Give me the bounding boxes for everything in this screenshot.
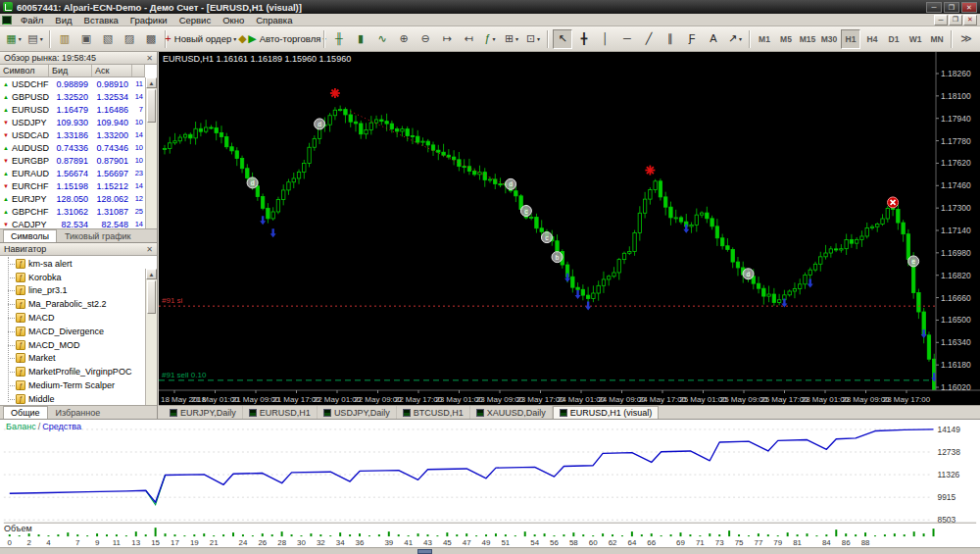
minimize-button[interactable]: ─ (926, 2, 942, 13)
price-chart-canvas[interactable]: #91 si#91 sell 0.10dddccbde1.182601.1810… (159, 52, 980, 405)
new-chart-button[interactable]: ▦▾ (4, 29, 24, 49)
table-row[interactable]: ▼USDJPY109.930109.94010 (0, 116, 145, 128)
navigator-item[interactable]: ƒMarket (6, 352, 157, 366)
navigator-tab-2[interactable]: Избранное (48, 406, 109, 419)
data-window-toggle[interactable]: ▣ (76, 29, 96, 49)
autotrading-button[interactable]: ▶Авто-торговля▾ (255, 29, 319, 49)
mdi-minimize-button[interactable]: ─ (934, 15, 948, 25)
menu-item-6[interactable]: Окно (217, 15, 250, 25)
timeframe-m30-button[interactable]: M30 (819, 29, 839, 49)
toolbar-overflow-button[interactable]: ≫ (956, 29, 976, 49)
navigator-item[interactable]: ƒMACD_Divergence (6, 325, 157, 338)
navigator-tab-1[interactable]: Общие (3, 406, 48, 419)
market-watch-tab-2[interactable]: Тиковый график (57, 229, 139, 242)
crosshair-button[interactable]: ╋ (574, 29, 594, 49)
fibonacci-button[interactable]: Ƒ (682, 29, 702, 49)
trendline-button[interactable]: ╱ (639, 29, 659, 49)
vertical-line-button[interactable]: │ (596, 29, 615, 49)
mdi-restore-button[interactable]: ❐ (949, 15, 962, 25)
scrollbar-thumb[interactable] (147, 89, 156, 123)
timeframe-w1-button[interactable]: W1 (906, 29, 925, 49)
timeframe-m1-button[interactable]: M1 (755, 29, 774, 49)
timeframe-mn-button[interactable]: MN (927, 29, 947, 49)
table-row[interactable]: ▼EURCHF1.151981.1521214 (0, 179, 145, 192)
navigator-item[interactable]: ƒMiddle (6, 392, 157, 405)
market-watch-toggle[interactable]: ▥ (55, 29, 74, 49)
navigator-item[interactable]: ƒMedium-Term Scalper (6, 378, 157, 392)
table-row[interactable]: ▼CADJPY82.53482.54814 (0, 218, 145, 228)
mdi-close-button[interactable]: ✕ (963, 15, 977, 25)
chart-tab-4[interactable]: BTCUSD,H1 (397, 406, 470, 419)
table-row[interactable]: ▲EURUSD1.164791.164867 (0, 103, 145, 116)
templates-button[interactable]: ⊡▾ (523, 29, 543, 49)
timeframe-m15-button[interactable]: M15 (798, 29, 817, 49)
menu-item-4[interactable]: Графики (124, 15, 173, 25)
market-watch-scrollbar[interactable]: ▲ (145, 77, 157, 228)
chart-shift-button[interactable]: ↤ (459, 29, 478, 49)
expert-advisor-icon: ƒ (16, 313, 25, 323)
menu-item-7[interactable]: Справка (250, 15, 298, 25)
cursor-button[interactable]: ↖ (553, 29, 572, 49)
close-icon[interactable]: ✕ (146, 54, 153, 63)
menu-item-5[interactable]: Сервис (173, 15, 218, 25)
chart-tab-1[interactable]: EURJPY,Daily (164, 406, 243, 419)
arrows-button[interactable]: ↗▾ (725, 29, 745, 49)
scroll-up-button[interactable]: ▲ (146, 77, 157, 88)
chart-tab-3[interactable]: USDJPY,Daily (318, 406, 397, 419)
market-watch-table: СимволБидАск ▲USDCHF0.988990.9891011▲GBP… (0, 65, 157, 228)
restore-button[interactable]: ❐ (944, 2, 959, 13)
navigator-toggle[interactable]: ▧ (98, 29, 118, 49)
tester-graph-canvas[interactable]: 1414912738113269915850302479111315171921… (0, 420, 980, 547)
menu-item-1[interactable]: Файл (15, 15, 49, 25)
close-button[interactable]: ✕ (961, 2, 977, 13)
table-row[interactable]: ▲AUDUSD0.743360.7434610 (0, 141, 145, 154)
table-row[interactable]: ▲EURJPY128.050128.06212 (0, 192, 145, 205)
channel-button[interactable]: ∥ (661, 29, 680, 49)
table-row[interactable]: ▲EURAUD1.566741.5669723 (0, 167, 145, 179)
strategy-tester-toggle[interactable]: ▩ (141, 29, 161, 49)
zoom-out-button[interactable]: ⊖ (416, 29, 435, 49)
close-icon[interactable]: ✕ (146, 245, 153, 254)
menu-item-3[interactable]: Вставка (78, 15, 124, 25)
table-row[interactable]: ▲GBPCHF1.310621.3108725 (0, 205, 145, 218)
table-row[interactable]: ▼EURGBP0.878910.8790110 (0, 154, 145, 167)
market-watch-tab-1[interactable]: Символы (3, 229, 57, 242)
navigator-item[interactable]: ƒkm-sa alert (6, 257, 157, 271)
navigator-item[interactable]: ƒKorobka (6, 271, 157, 284)
scrollbar-thumb[interactable] (417, 549, 432, 554)
price-chart[interactable]: #91 si#91 sell 0.10dddccbde1.182601.1810… (159, 52, 980, 405)
titlebar[interactable]: 60057441: Alpari-ECN-Demo - Демо Счет - … (0, 0, 980, 14)
indicators-button[interactable]: ƒ▾ (480, 29, 500, 49)
new-order-button[interactable]: +Новый ордер▾ (171, 29, 231, 49)
navigator-item[interactable]: ƒMarketProfile_VirginpPOC (6, 365, 157, 378)
zoom-in-button[interactable]: ⊕ (394, 29, 414, 49)
table-row[interactable]: ▲GBPUSD1.325201.3253414 (0, 90, 145, 103)
navigator-scrollbar[interactable]: ▲ (145, 269, 157, 405)
auto-scroll-button[interactable]: ↦ (437, 29, 457, 49)
navigator-item[interactable]: ƒline_pr3.1 (6, 284, 157, 298)
horizontal-scrollbar[interactable] (0, 547, 980, 554)
timeframe-h4-button[interactable]: H4 (862, 29, 882, 49)
timeframe-h1-button[interactable]: H1 (841, 29, 860, 49)
table-row[interactable]: ▼USDCAD1.331861.3320014 (0, 128, 145, 141)
table-row[interactable]: ▲USDCHF0.988990.9891011 (0, 77, 145, 90)
chart-tab-6[interactable]: EURUSD,H1 (visual) (553, 406, 660, 419)
chart-profiles-button[interactable]: ▤▾ (25, 29, 45, 49)
navigator-item[interactable]: ƒMa_Parabolic_st2.2 (6, 297, 157, 311)
chart-tab-5[interactable]: XAUUSD,Daily (470, 406, 553, 419)
terminal-toggle[interactable]: ▨ (120, 29, 139, 49)
text-button[interactable]: A (704, 29, 723, 49)
timeframe-d1-button[interactable]: D1 (884, 29, 904, 49)
menu-item-2[interactable]: Вид (49, 15, 77, 25)
chart-tab-2[interactable]: EURUSD,H1 (243, 406, 318, 419)
navigator-item[interactable]: ƒMACD (6, 311, 157, 325)
bar-chart-button[interactable]: ╫ (329, 29, 349, 49)
timeframe-m5-button[interactable]: M5 (776, 29, 796, 49)
periods-button[interactable]: ⊞▾ (502, 29, 521, 49)
scroll-up-button[interactable]: ▲ (146, 269, 157, 279)
navigator-item[interactable]: ƒMACD_MOD (6, 338, 157, 352)
scrollbar-thumb[interactable] (147, 280, 156, 314)
line-chart-button[interactable]: ∿ (372, 29, 392, 49)
horizontal-line-button[interactable]: ─ (617, 29, 637, 49)
candlestick-button[interactable]: ▮ (351, 29, 370, 49)
